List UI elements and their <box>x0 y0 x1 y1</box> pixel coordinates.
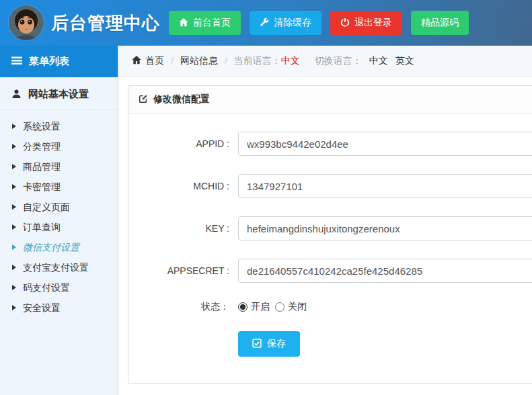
sidebar-item-product-management[interactable]: 商品管理 <box>0 157 118 177</box>
save-button[interactable]: 保存 <box>238 331 300 357</box>
caret-right-icon <box>12 184 16 189</box>
save-button-label: 保存 <box>267 338 286 350</box>
appid-label: APPID : <box>128 138 238 149</box>
app-title: 后台管理中心 <box>51 11 160 35</box>
sidebar-item-codepay-settings[interactable]: 码支付设置 <box>0 277 118 298</box>
status-off-label: 关闭 <box>288 301 307 313</box>
home-icon <box>132 55 145 67</box>
front-home-button[interactable]: 前台首页 <box>169 11 241 35</box>
content-area: 修改微信配置 APPID : MCHID : KEY : <box>118 77 532 395</box>
form-row-status: 状态： 开启 关闭 <box>128 301 532 313</box>
status-radio-off[interactable] <box>275 302 284 312</box>
form-row-appid: APPID : <box>128 132 532 156</box>
breadcrumb-section[interactable]: 网站信息 <box>180 55 218 67</box>
sidebar-item-alipay-settings[interactable]: 支付宝支付设置 <box>0 257 118 277</box>
caret-right-icon <box>12 285 16 290</box>
breadcrumb: 首页 / 网站信息 / 当前语言： 中文 切换语言： 中文 英文 <box>118 46 532 77</box>
breadcrumb-separator: / <box>171 56 174 67</box>
mchid-label: MCHID : <box>128 181 238 191</box>
sidebar-item-label: 订单查询 <box>23 222 61 232</box>
panel-title: 修改微信配置 <box>153 93 210 105</box>
appsecret-label: APPSECRET : <box>128 265 238 276</box>
main-layout: 菜单列表 网站基本设置 系统设置 分类管理 商品管理 卡密管理 <box>0 46 532 395</box>
wechat-config-panel: 修改微信配置 APPID : MCHID : KEY : <box>128 85 532 384</box>
check-square-icon <box>252 339 262 350</box>
caret-right-icon <box>12 144 16 149</box>
caret-right-icon <box>12 305 16 310</box>
caret-right-icon <box>12 124 16 129</box>
mchid-input[interactable] <box>238 174 532 198</box>
avatar-image <box>9 5 44 40</box>
top-header: 后台管理中心 前台首页 清除缓存 退出登录 精品源码 <box>0 0 532 46</box>
sidebar-item-label: 卡密管理 <box>23 181 61 192</box>
list-icon <box>11 55 22 68</box>
sidebar-item-category-management[interactable]: 分类管理 <box>0 136 118 157</box>
sidebar-item-label: 商品管理 <box>23 161 61 172</box>
switch-language-label: 切换语言： <box>315 55 362 67</box>
clear-cache-label: 清除缓存 <box>274 17 311 29</box>
menu-header-label: 菜单列表 <box>29 55 69 68</box>
clear-cache-button[interactable]: 清除缓存 <box>250 11 321 35</box>
key-input[interactable] <box>238 216 532 240</box>
sidebar-item-label: 支付宝支付设置 <box>23 262 89 273</box>
panel-header: 修改微信配置 <box>128 86 532 114</box>
caret-right-icon <box>12 164 16 169</box>
sidebar-item-security-settings[interactable]: 安全设置 <box>0 298 118 318</box>
wrench-icon <box>260 17 269 29</box>
language-link-chinese[interactable]: 中文 <box>369 55 388 67</box>
logout-button[interactable]: 退出登录 <box>330 11 402 35</box>
key-label: KEY : <box>128 223 238 234</box>
form-row-appsecret: APPSECRET : <box>128 259 532 283</box>
breadcrumb-home[interactable]: 首页 <box>145 55 164 67</box>
front-home-label: 前台首页 <box>193 17 231 29</box>
appid-input[interactable] <box>238 132 532 156</box>
main-area: 首页 / 网站信息 / 当前语言： 中文 切换语言： 中文 英文 修改微信配置 <box>118 46 532 395</box>
status-label: 状态： <box>128 301 238 313</box>
sidebar-item-wechat-pay-settings[interactable]: 微信支付设置 <box>0 237 118 257</box>
user-icon <box>11 89 22 101</box>
sidebar-section-website-settings[interactable]: 网站基本设置 <box>0 77 118 110</box>
sidebar-item-label: 安全设置 <box>23 302 61 313</box>
status-option-on[interactable]: 开启 <box>238 301 270 313</box>
status-on-label: 开启 <box>251 301 270 313</box>
sidebar-item-label: 自定义页面 <box>23 202 70 212</box>
edit-icon <box>139 94 148 105</box>
status-option-off[interactable]: 关闭 <box>275 301 307 313</box>
sidebar: 菜单列表 网站基本设置 系统设置 分类管理 商品管理 卡密管理 <box>0 46 118 395</box>
section-title-label: 网站基本设置 <box>28 88 89 101</box>
status-radio-on[interactable] <box>238 302 248 312</box>
language-link-english[interactable]: 英文 <box>395 55 414 67</box>
sidebar-item-order-query[interactable]: 订单查询 <box>0 217 118 237</box>
sidebar-item-custom-pages[interactable]: 自定义页面 <box>0 197 118 217</box>
form-row-mchid: MCHID : <box>128 174 532 198</box>
avatar[interactable] <box>9 5 44 40</box>
caret-right-icon <box>12 224 16 230</box>
sidebar-menu-list: 系统设置 分类管理 商品管理 卡密管理 自定义页面 订单查询 <box>0 110 118 318</box>
sidebar-item-system-settings[interactable]: 系统设置 <box>0 116 118 136</box>
current-language-label: 当前语言： <box>234 55 281 67</box>
source-code-label: 精品源码 <box>421 17 459 29</box>
sidebar-item-label: 码支付设置 <box>23 282 70 293</box>
appsecret-input[interactable] <box>238 259 532 283</box>
breadcrumb-separator: / <box>225 56 227 67</box>
caret-right-icon <box>12 265 16 270</box>
sidebar-item-label: 系统设置 <box>23 121 61 132</box>
form-row-key: KEY : <box>128 216 532 240</box>
source-code-button[interactable]: 精品源码 <box>411 11 469 35</box>
wechat-config-form: APPID : MCHID : KEY : APPSECRET : <box>128 114 532 357</box>
caret-right-icon <box>12 245 16 250</box>
home-icon <box>179 17 188 29</box>
sidebar-item-label: 微信支付设置 <box>23 242 79 253</box>
sidebar-menu-header: 菜单列表 <box>0 46 118 77</box>
current-language-value: 中文 <box>281 55 300 67</box>
sidebar-item-card-key-management[interactable]: 卡密管理 <box>0 177 118 197</box>
logout-label: 退出登录 <box>354 17 392 29</box>
caret-right-icon <box>12 204 16 210</box>
sidebar-item-label: 分类管理 <box>23 141 61 152</box>
power-icon <box>340 17 350 29</box>
